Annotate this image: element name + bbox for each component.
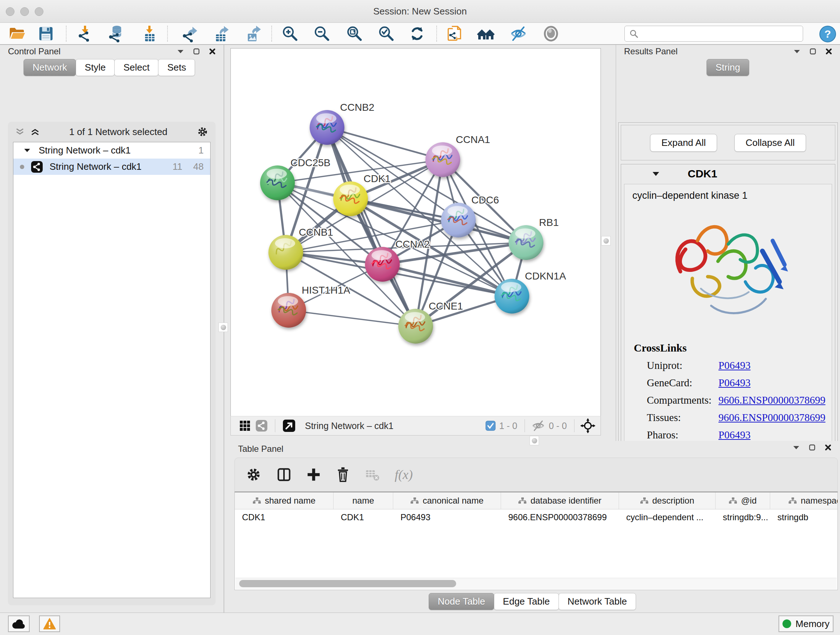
float-panel-icon[interactable]	[193, 48, 200, 55]
zoom-selected-icon[interactable]	[377, 25, 395, 43]
show-columns-icon[interactable]	[276, 467, 292, 483]
network-node-CDC6[interactable]	[441, 203, 476, 238]
network-view-canvas[interactable]: CCNB2CCNA1CDC25BCDK1CDC6RB1CCNB1CCNA2CDK…	[231, 48, 601, 416]
right-splitter-handle[interactable]	[601, 236, 611, 245]
close-panel-icon[interactable]	[826, 48, 832, 55]
table-cell[interactable]: stringdb:9...	[715, 512, 770, 523]
network-edge-CCNB2-CCNE1[interactable]	[327, 127, 416, 326]
network-edge-HIST1H1A-CCNE1[interactable]	[289, 310, 416, 326]
network-collection-row[interactable]: String Network – cdk1 1	[13, 142, 210, 158]
hidden-eye-icon[interactable]	[531, 420, 545, 432]
column-header--id[interactable]: @id	[715, 492, 770, 509]
crosslink-link[interactable]: 9606.ENSP00000378699	[718, 412, 826, 424]
zoom-fit-icon[interactable]	[345, 25, 363, 43]
table-cell[interactable]: cyclin–dependent ...	[619, 512, 715, 523]
help-button[interactable]: ?	[819, 25, 836, 43]
network-options-gear-icon[interactable]	[197, 126, 208, 138]
crosslink-link[interactable]: P06493	[718, 429, 751, 441]
close-panel-icon[interactable]	[209, 48, 216, 55]
column-header-name[interactable]: name	[333, 492, 393, 509]
protein-section-header[interactable]: CDK1	[621, 165, 835, 183]
float-panel-icon[interactable]	[809, 444, 815, 451]
maximize-window-icon[interactable]	[35, 7, 43, 16]
create-column-icon[interactable]	[306, 467, 321, 482]
network-node-CDK1[interactable]	[333, 181, 368, 216]
close-panel-icon[interactable]	[825, 444, 831, 451]
tab-node-table[interactable]: Node Table	[429, 593, 494, 610]
network-node-CCNA1[interactable]	[425, 142, 460, 177]
table-row[interactable]: CDK1CDK1P064939606.ENSP00000378699cyclin…	[235, 509, 837, 525]
detach-view-icon[interactable]	[283, 419, 295, 432]
export-network-icon[interactable]	[180, 25, 198, 43]
network-birdseye-icon[interactable]	[256, 420, 268, 432]
collapse-panel-icon[interactable]	[794, 49, 800, 54]
network-node-RB1[interactable]	[508, 225, 543, 260]
bottom-splitter-handle[interactable]	[530, 436, 539, 445]
hide-unhide-eye-icon[interactable]	[509, 25, 527, 43]
network-node-CCNB1[interactable]	[268, 235, 303, 270]
open-session-icon[interactable]	[8, 25, 26, 43]
tab-select[interactable]: Select	[114, 59, 158, 76]
export-image-icon[interactable]	[244, 25, 262, 43]
table-cell[interactable]: CDK1	[333, 512, 393, 523]
tab-string[interactable]: String	[706, 59, 749, 76]
column-header-shared-name[interactable]: shared name	[235, 492, 333, 509]
network-node-CCNA2[interactable]	[365, 247, 400, 282]
tab-network[interactable]: Network	[24, 59, 76, 76]
save-session-icon[interactable]	[37, 25, 55, 43]
fit-content-crosshair-icon[interactable]	[580, 418, 595, 433]
float-panel-icon[interactable]	[810, 48, 816, 55]
column-header-database-identifier[interactable]: database identifier	[501, 492, 619, 509]
crosslink-link[interactable]: 9606.ENSP00000378699	[718, 394, 826, 406]
close-window-icon[interactable]	[6, 7, 14, 16]
memory-button[interactable]: Memory	[778, 616, 834, 632]
zoom-in-icon[interactable]	[281, 25, 299, 43]
search-input[interactable]	[641, 28, 803, 39]
column-header-canonical-name[interactable]: canonical name	[393, 492, 501, 509]
expand-all-networks-icon[interactable]	[15, 128, 25, 135]
crosslink-link[interactable]: P06493	[718, 377, 751, 389]
tab-network-table[interactable]: Network Table	[559, 593, 636, 610]
table-cell[interactable]: CDK1	[235, 512, 333, 523]
import-table-file-icon[interactable]	[141, 25, 158, 43]
collapse-panel-icon[interactable]	[793, 445, 799, 450]
grid-view-icon[interactable]	[240, 420, 250, 431]
zoom-out-icon[interactable]	[313, 25, 331, 43]
delete-column-icon[interactable]	[335, 467, 351, 483]
tab-style[interactable]: Style	[76, 59, 115, 76]
section-collapse-icon[interactable]	[652, 172, 660, 176]
column-header-description[interactable]: description	[619, 492, 715, 509]
table-cell[interactable]: P06493	[393, 512, 501, 523]
network-node-CCNE1[interactable]	[398, 309, 433, 344]
tab-edge-table[interactable]: Edge Table	[494, 593, 559, 610]
collapse-all-button[interactable]: Collapse All	[734, 134, 806, 152]
table-gear-icon[interactable]	[246, 467, 262, 483]
minimize-window-icon[interactable]	[20, 7, 29, 16]
crosslink-link[interactable]: P06493	[718, 359, 751, 371]
scrollbar-thumb[interactable]	[239, 580, 456, 587]
tree-expand-icon[interactable]	[24, 149, 30, 152]
table-cell[interactable]: stringdb	[770, 512, 838, 523]
delete-table-icon[interactable]	[365, 468, 380, 481]
refresh-icon[interactable]	[408, 25, 426, 43]
expand-all-button[interactable]: Expand All	[650, 134, 717, 152]
import-network-database-icon[interactable]	[107, 25, 125, 43]
table-horizontal-scrollbar[interactable]	[235, 578, 837, 589]
birds-eye-icon[interactable]	[542, 25, 560, 43]
copy-network-icon[interactable]	[446, 25, 464, 43]
selected-nodes-checkbox-icon[interactable]	[485, 421, 496, 431]
collapse-panel-icon[interactable]	[177, 49, 184, 54]
network-node-CDC25B[interactable]	[260, 165, 295, 200]
network-node-CCNB2[interactable]	[309, 110, 344, 145]
left-splitter-handle[interactable]	[218, 323, 228, 332]
collapse-all-networks-icon[interactable]	[30, 128, 40, 135]
network-node-CDKN1A[interactable]	[494, 279, 529, 314]
function-builder-icon[interactable]: f(x)	[395, 467, 413, 482]
import-network-file-icon[interactable]	[75, 25, 93, 43]
export-table-icon[interactable]	[212, 25, 230, 43]
cloud-button[interactable]	[8, 616, 30, 632]
network-row-selected[interactable]: String Network – cdk1 11 48	[13, 158, 210, 175]
table-cell[interactable]: 9606.ENSP00000378699	[501, 512, 619, 523]
column-header-namespace[interactable]: namespace	[770, 492, 838, 509]
warning-button[interactable]	[39, 616, 60, 632]
